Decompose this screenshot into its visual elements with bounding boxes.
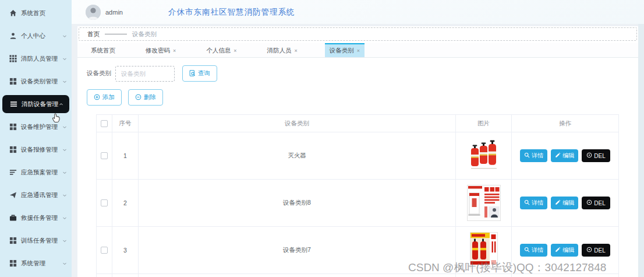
delete-button[interactable]: 删除 xyxy=(128,89,163,106)
chevron-down-icon xyxy=(62,215,68,221)
page-scrollbar-track[interactable] xyxy=(638,0,644,277)
sidebar-item-home[interactable]: 系统首页 xyxy=(0,2,72,24)
sidebar-item-system-management[interactable]: 系统管理 xyxy=(0,252,72,275)
chevron-down-icon xyxy=(62,79,68,85)
column-header-index: 序号 xyxy=(112,115,139,132)
detail-button-label: 详情 xyxy=(532,246,543,254)
sidebar: 系统首页 个人中心 消防人员管理 设备类别管理 消防设备管理 xyxy=(0,0,72,277)
del-button[interactable]: DEL xyxy=(582,149,610,162)
sidebar-item-rescue-tasks[interactable]: 救援任务管理 xyxy=(0,206,72,229)
column-header-category: 设备类别 xyxy=(139,115,456,132)
circle-dot-icon xyxy=(586,199,592,206)
squares-icon xyxy=(9,146,17,153)
avatar[interactable] xyxy=(86,5,101,20)
tab-label: 修改密码 xyxy=(146,47,170,55)
row-checkbox-cell xyxy=(96,227,112,274)
content-panel: 首页 设备类别 系统首页 修改密码 × 个人信息 × 消防人员 × 设备类别 × xyxy=(77,26,638,277)
close-icon[interactable]: × xyxy=(173,48,176,54)
search-doc-icon xyxy=(189,70,196,78)
del-button[interactable]: DEL xyxy=(582,197,610,209)
squares-icon xyxy=(9,78,17,85)
home-icon xyxy=(9,9,17,17)
list-icon xyxy=(10,100,17,108)
breadcrumb-current: 设备类别 xyxy=(132,30,157,38)
pencil-icon xyxy=(555,247,561,254)
sidebar-item-label: 训练任务管理 xyxy=(21,237,58,245)
chevron-down-icon xyxy=(62,56,68,62)
sidebar-item-label: 系统管理 xyxy=(21,260,45,268)
column-header-action: 操作 xyxy=(512,115,619,132)
detail-button[interactable]: 详情 xyxy=(520,197,547,209)
filter-label: 设备类别 xyxy=(87,69,111,78)
select-all-checkbox[interactable] xyxy=(101,120,108,127)
del-button[interactable]: DEL xyxy=(582,244,610,257)
tab-label: 设备类别 xyxy=(330,47,354,55)
table-row: 1 灭火器 xyxy=(96,132,619,180)
tab-fire-personnel[interactable]: 消防人员 × xyxy=(264,43,300,57)
tab-change-password[interactable]: 修改密码 × xyxy=(143,43,179,57)
category-search-input[interactable] xyxy=(115,66,175,82)
squares-icon xyxy=(9,237,17,244)
toolbar-row: 添加 删除 xyxy=(87,89,638,106)
mouse-cursor-icon xyxy=(52,113,61,126)
row-checkbox-cell xyxy=(96,180,112,226)
sidebar-item-fire-equipment[interactable]: 消防设备管理 xyxy=(2,95,69,113)
detail-button[interactable]: 详情 xyxy=(520,244,547,257)
row-checkbox[interactable] xyxy=(101,247,108,254)
user-icon xyxy=(9,32,17,40)
edit-button[interactable]: 编辑 xyxy=(551,244,578,257)
chevron-down-icon xyxy=(62,33,68,39)
tab-label: 个人信息 xyxy=(206,47,231,55)
sidebar-item-profile[interactable]: 个人中心 xyxy=(0,24,72,47)
tab-system-home[interactable]: 系统首页 xyxy=(88,43,118,57)
close-icon[interactable]: × xyxy=(233,48,236,54)
sidebar-item-training-tasks[interactable]: 训练任务管理 xyxy=(0,229,72,252)
sidebar-item-device-maintenance[interactable]: 设备维护管理 xyxy=(0,115,72,138)
edit-button-label: 编辑 xyxy=(562,199,574,207)
row-checkbox[interactable] xyxy=(101,199,108,206)
tab-device-category[interactable]: 设备类别 × xyxy=(325,43,365,57)
sidebar-item-label: 消防设备管理 xyxy=(22,100,58,108)
sidebar-item-device-category[interactable]: 设备类别管理 xyxy=(0,70,72,93)
add-button[interactable]: 添加 xyxy=(87,89,122,106)
search-button[interactable]: 查询 xyxy=(182,65,217,82)
sidebar-item-emergency-comms[interactable]: 应急通讯管理 xyxy=(0,184,72,206)
edit-button[interactable]: 编辑 xyxy=(551,197,578,209)
close-icon[interactable]: × xyxy=(357,48,360,54)
fire-extinguishers-image xyxy=(456,132,512,179)
app-title: 介休市东南社区智慧消防管理系统 xyxy=(168,7,295,17)
delete-button-label: 删除 xyxy=(144,93,156,101)
sidebar-item-fire-personnel[interactable]: 消防人员管理 xyxy=(0,47,72,70)
detail-button-label: 详情 xyxy=(532,199,543,207)
grid-icon xyxy=(9,55,17,62)
sidebar-item-label: 消防人员管理 xyxy=(21,55,58,63)
tab-personal-info[interactable]: 个人信息 × xyxy=(203,43,239,57)
close-icon[interactable]: × xyxy=(295,48,298,54)
fire-hydrant-poster-image xyxy=(456,180,512,226)
squares-icon xyxy=(9,123,17,131)
sidebar-item-device-repair[interactable]: 设备报修管理 xyxy=(0,138,72,161)
row-checkbox[interactable] xyxy=(101,152,108,159)
chevron-up-icon xyxy=(58,101,64,107)
chevron-down-icon xyxy=(62,170,68,176)
breadcrumb: 首页 设备类别 xyxy=(79,27,637,41)
row-index: 3 xyxy=(112,227,139,274)
add-button-label: 添加 xyxy=(102,93,115,101)
chevron-down-icon xyxy=(62,261,68,267)
detail-button[interactable]: 详情 xyxy=(520,149,547,162)
detail-button-label: 详情 xyxy=(532,152,543,160)
chevron-down-icon xyxy=(62,124,68,130)
squares-icon xyxy=(9,260,17,267)
username[interactable]: admin xyxy=(105,9,123,16)
toolbox-icon xyxy=(9,214,17,222)
breadcrumb-root[interactable]: 首页 xyxy=(87,30,100,38)
sidebar-item-emergency-plan[interactable]: 应急预案管理 xyxy=(0,161,72,184)
del-button-label: DEL xyxy=(594,153,605,159)
chevron-down-icon xyxy=(62,238,68,244)
edit-button-label: 编辑 xyxy=(562,246,574,254)
tab-label: 消防人员 xyxy=(267,47,292,55)
sidebar-item-label: 救援任务管理 xyxy=(21,214,58,222)
edit-button[interactable]: 编辑 xyxy=(551,149,578,162)
sidebar-item-label: 设备类别管理 xyxy=(21,78,58,86)
pencil-icon xyxy=(555,152,561,159)
